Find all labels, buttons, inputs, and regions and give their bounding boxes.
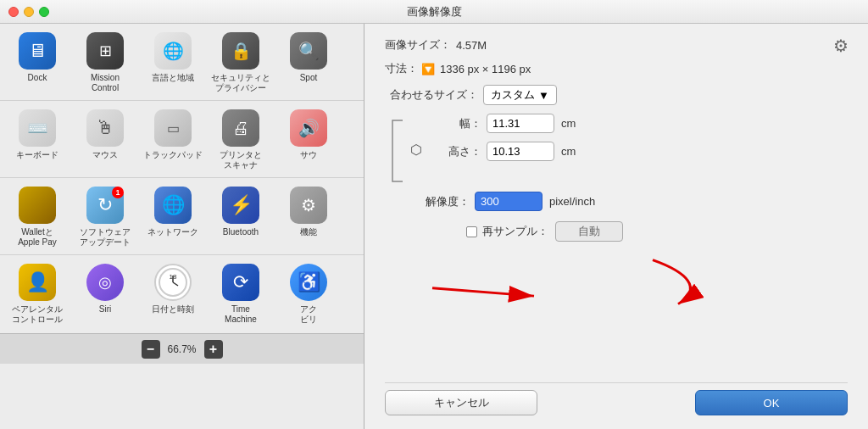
pref-printer-label: プリンタとスキャナ: [220, 150, 262, 170]
prefs-row-4: 👤 ペアレンタルコントロール ◎ Siri 18 日付と時刻: [0, 255, 364, 333]
accessibility-icon: ♿: [290, 264, 327, 301]
image-size-label: 画像サイズ：: [385, 37, 451, 53]
pref-parental[interactable]: 👤 ペアレンタルコントロール: [3, 259, 71, 330]
trackpad-icon: ▭: [154, 109, 192, 147]
pref-trackpad[interactable]: ▭ トラックパッド: [139, 104, 207, 176]
timemachine-icon: ⟳: [222, 264, 259, 301]
language-icon: 🌐: [154, 32, 192, 70]
pref-datetime-label: 日付と時刻: [152, 304, 194, 315]
pref-software[interactable]: ↻ 1 ソフトウェアアップデート: [71, 181, 139, 253]
pref-timemachine[interactable]: ⟳ TimeMachine: [207, 259, 275, 330]
fit-label: 合わせるサイズ：: [385, 87, 478, 103]
zoom-level: 66.7%: [165, 343, 199, 355]
pref-printer[interactable]: 🖨 プリンタとスキャナ: [207, 104, 275, 176]
software-badge: 1: [112, 187, 124, 198]
pref-accessibility-label: アクビリ: [300, 304, 317, 325]
prefs-row-3: WalletとApple Pay ↻ 1 ソフトウェアアップデート 🌐 ネットワ…: [0, 178, 364, 255]
resample-auto: 自動: [578, 225, 600, 237]
pref-wallet[interactable]: WalletとApple Pay: [3, 181, 71, 253]
gear-button[interactable]: ⚙: [831, 36, 851, 56]
image-size-dialog: ⚙ 画像サイズ： 4.57M 寸法： 🔽 1336 px × 1196 px 合…: [364, 24, 868, 429]
pref-keyboard[interactable]: ⌨️ キーボード: [3, 104, 71, 176]
pref-bluetooth[interactable]: ⚡ Bluetooth: [207, 181, 275, 253]
pref-mission[interactable]: ⊞ MissionControl: [71, 27, 139, 98]
bracket-container: [385, 114, 410, 185]
pref-function[interactable]: ⚙ 機能: [275, 181, 342, 253]
resample-dropdown[interactable]: 自動: [555, 221, 623, 242]
pref-mission-label: MissionControl: [91, 73, 120, 93]
pref-network[interactable]: 🌐 ネットワーク: [139, 181, 207, 253]
pref-siri-label: Siri: [99, 304, 111, 315]
dimensions-label: 寸法：: [385, 61, 418, 76]
pref-dock[interactable]: 🖥 Dock: [3, 27, 71, 98]
prefs-row-1: 🖥 Dock ⊞ MissionControl 🌐 言語と地域 🔒 セキュリティ…: [0, 24, 364, 101]
minimize-button[interactable]: [24, 7, 34, 17]
resolution-unit: pixel/inch: [549, 195, 595, 208]
pref-language[interactable]: 🌐 言語と地域: [139, 27, 207, 98]
security-icon: 🔒: [222, 32, 259, 70]
image-size-value: 4.57M: [456, 39, 487, 52]
siri-icon: ◎: [86, 264, 124, 301]
fit-dropdown[interactable]: カスタム ▼: [483, 85, 557, 105]
resolution-row: 解像度： pixel/inch: [385, 192, 848, 211]
pref-datetime[interactable]: 18 日付と時刻: [139, 259, 207, 330]
wallet-icon: [19, 187, 56, 224]
dimensions-section: ⬡ 幅： cm 高さ： cm: [385, 114, 848, 185]
height-input[interactable]: [487, 142, 554, 161]
pref-security[interactable]: 🔒 セキュリティとプライバシー: [207, 27, 275, 98]
software-icon: ↻ 1: [86, 187, 124, 224]
zoom-in-button[interactable]: +: [204, 340, 223, 359]
datetime-icon: 18: [154, 264, 192, 301]
width-input[interactable]: [487, 114, 554, 133]
pref-software-label: ソフトウェアアップデート: [80, 227, 131, 248]
pref-siri[interactable]: ◎ Siri: [71, 259, 139, 330]
pref-sound-label: サウ: [300, 150, 317, 160]
pref-timemachine-label: TimeMachine: [225, 304, 257, 325]
pref-spotlight-label: Spot: [300, 73, 318, 83]
pref-mouse[interactable]: 🖱 マウス: [71, 104, 139, 176]
resample-row: 再サンプル： 自動: [385, 221, 848, 242]
buttons-row: キャンセル OK: [385, 382, 848, 415]
pref-sound[interactable]: 🔊 サウ: [275, 104, 342, 176]
prefs-row-2: ⌨️ キーボード 🖱 マウス ▭ トラックパッド 🖨 プリンタとスキャナ 🔊 サ…: [0, 101, 364, 178]
window-title: 画像解像度: [407, 4, 462, 20]
titlebar: 画像解像度: [0, 0, 868, 24]
pref-accessibility[interactable]: ♿ アクビリ: [275, 259, 342, 330]
image-size-row: 画像サイズ： 4.57M: [385, 37, 848, 53]
network-icon: 🌐: [154, 187, 192, 224]
ok-button[interactable]: OK: [695, 390, 848, 415]
pref-trackpad-label: トラックパッド: [143, 150, 203, 160]
sound-icon: 🔊: [290, 109, 327, 147]
close-button[interactable]: [8, 7, 19, 17]
pref-bluetooth-label: Bluetooth: [223, 227, 259, 237]
cancel-button[interactable]: キャンセル: [385, 390, 537, 415]
fit-dropdown-arrow: ▼: [538, 89, 549, 102]
pref-parental-label: ペアレンタルコントロール: [12, 304, 63, 325]
pref-spotlight[interactable]: 🔍 Spot: [275, 27, 342, 98]
height-unit: cm: [561, 145, 576, 158]
fit-size-row: 合わせるサイズ： カスタム ▼: [385, 85, 848, 105]
bluetooth-icon: ⚡: [222, 187, 259, 224]
dock-icon: 🖥: [19, 32, 56, 70]
resolution-input[interactable]: [475, 192, 542, 211]
width-label: 幅：: [431, 116, 481, 131]
maximize-button[interactable]: [39, 7, 49, 17]
zoom-out-button[interactable]: −: [142, 340, 160, 359]
pref-keyboard-label: キーボード: [16, 150, 58, 160]
link-icon-container: ⬡: [410, 114, 427, 185]
height-row: 高さ： cm: [431, 142, 848, 161]
parental-icon: 👤: [19, 264, 56, 301]
printer-icon: 🖨: [222, 109, 259, 147]
height-label: 高さ：: [431, 144, 481, 159]
dimensions-dropdown-arrow[interactable]: 🔽: [421, 63, 435, 75]
resample-label: 再サンプル：: [482, 224, 548, 239]
spotlight-icon: 🔍: [290, 32, 327, 70]
dimensions-value: 1336 px × 1196 px: [440, 63, 531, 75]
mission-icon: ⊞: [86, 32, 124, 70]
system-preferences-panel: 🖥 Dock ⊞ MissionControl 🌐 言語と地域 🔒 セキュリティ…: [0, 24, 364, 429]
dimensions-row: 寸法： 🔽 1336 px × 1196 px: [385, 61, 848, 76]
main-content: 🖥 Dock ⊞ MissionControl 🌐 言語と地域 🔒 セキュリティ…: [0, 24, 868, 429]
resample-checkbox[interactable]: [466, 226, 477, 237]
pref-dock-label: Dock: [28, 73, 47, 83]
keyboard-icon: ⌨️: [19, 109, 56, 147]
